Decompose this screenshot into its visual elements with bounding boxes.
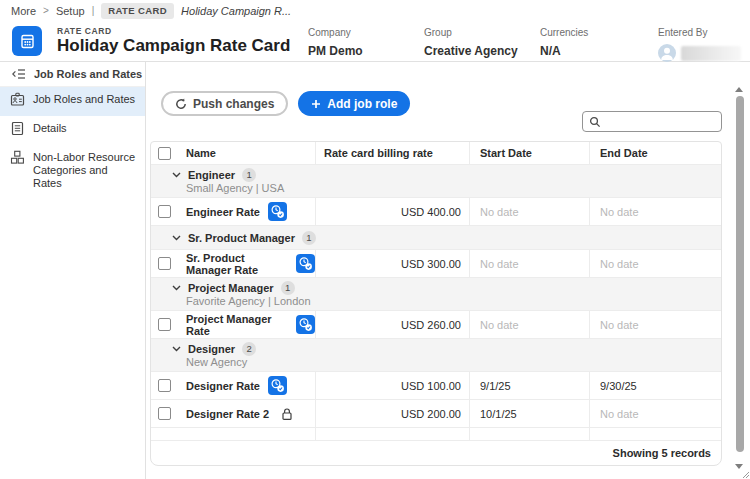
table-row[interactable]: Sr. Product Manager Rate USD 300.00 No d… <box>151 250 721 278</box>
group-row-project-manager[interactable]: Project Manager 1 Favorite Agency | Lond… <box>151 278 721 311</box>
panel-header: Job Roles and Rates <box>0 62 145 87</box>
rate-name: Sr. Product Manager Rate <box>186 252 288 276</box>
entered-by-redacted-name <box>681 46 741 61</box>
column-header-start-date[interactable]: Start Date <box>469 142 589 164</box>
group-subtitle: New Agency <box>151 356 721 369</box>
add-job-role-button[interactable]: Add job role <box>298 91 410 116</box>
search-icon <box>589 116 601 128</box>
billing-rate-value[interactable]: USD 260.00 <box>315 311 469 338</box>
group-row-designer[interactable]: Designer 2 New Agency <box>151 339 721 372</box>
billing-rate-value[interactable]: USD 200.00 <box>315 400 469 427</box>
group-subtitle: Small Agency | USA <box>151 182 721 195</box>
scroll-down-arrow[interactable] <box>735 464 743 469</box>
rate-name: Designer Rate 2 <box>186 408 269 420</box>
row-checkbox[interactable] <box>158 318 171 331</box>
row-checkbox[interactable] <box>158 379 171 392</box>
group-count-badge: 1 <box>242 168 256 182</box>
sidebar-item-job-roles-and-rates[interactable]: Job Roles and Rates <box>0 87 145 116</box>
rate-name: Project Manager Rate <box>186 313 288 337</box>
sidebar-item-details[interactable]: Details <box>0 116 145 145</box>
breadcrumb-current-page: Holiday Campaign R... <box>181 5 291 17</box>
sidebar-item-label: Details <box>33 122 67 135</box>
breadcrumb-more[interactable]: More <box>11 5 36 17</box>
table-row[interactable]: Designer Rate USD 100.00 9/1/25 9/30/25 <box>151 372 721 400</box>
field-company: Company PM Demo <box>308 27 363 58</box>
column-header-name[interactable]: Name <box>181 142 315 164</box>
start-date-cell[interactable]: No date <box>469 311 589 338</box>
search-input[interactable] <box>605 116 721 128</box>
group-row-engineer[interactable]: Engineer 1 Small Agency | USA <box>151 165 721 198</box>
field-group: Group Creative Agency <box>424 27 518 58</box>
billing-rate-clock-icon <box>296 254 315 273</box>
end-date-cell[interactable]: No date <box>589 198 721 225</box>
select-all-checkbox[interactable] <box>158 147 171 160</box>
start-date-cell[interactable]: 10/1/25 <box>469 400 589 427</box>
refresh-icon <box>175 98 187 110</box>
field-currencies: Currencies N/A <box>540 27 588 58</box>
field-entered-by: Entered By <box>658 27 741 62</box>
group-name: Sr. Product Manager <box>188 232 295 244</box>
push-changes-button[interactable]: Push changes <box>161 91 288 116</box>
billing-rate-value[interactable]: USD 100.00 <box>315 372 469 399</box>
details-document-icon <box>10 121 25 139</box>
table-row[interactable]: Engineer Rate USD 400.00 No date No date <box>151 198 721 226</box>
sidebar-item-label: Non-Labor Resource Categories and Rates <box>33 151 137 190</box>
breadcrumb-setup[interactable]: Setup <box>56 5 85 17</box>
end-date-cell[interactable]: No date <box>589 311 721 338</box>
sidebar-item-non-labor-resources[interactable]: Non-Labor Resource Categories and Rates <box>0 145 145 196</box>
plus-icon <box>311 99 321 109</box>
job-role-badge-icon <box>10 92 25 110</box>
start-date-cell[interactable]: 9/1/25 <box>469 372 589 399</box>
chevron-down-icon[interactable] <box>172 285 181 291</box>
group-name: Designer <box>188 343 235 355</box>
panel-title: Job Roles and Rates <box>34 68 142 80</box>
scroll-up-arrow[interactable] <box>735 87 743 92</box>
empty-row <box>151 428 721 441</box>
main-content: Push changes Add job role Name Rate card… <box>146 62 750 479</box>
breadcrumb: More > Setup | RATE CARD Holiday Campaig… <box>0 0 750 21</box>
sidebar-item-label: Job Roles and Rates <box>33 93 135 106</box>
resize-grip[interactable] <box>741 470 749 478</box>
group-row-sr-product-manager[interactable]: Sr. Product Manager 1 <box>151 226 721 250</box>
table-header-row: Name Rate card billing rate Start Date E… <box>151 142 721 165</box>
group-count-badge: 1 <box>302 231 316 245</box>
breadcrumb-divider: | <box>92 5 95 16</box>
scrollbar-thumb[interactable] <box>736 96 744 452</box>
group-count-badge: 1 <box>281 281 295 295</box>
table-row[interactable]: Designer Rate 2 USD 200.00 10/1/25 No da… <box>151 400 721 428</box>
collapse-panel-icon[interactable] <box>12 68 26 80</box>
row-checkbox[interactable] <box>158 407 171 420</box>
page-header: RATE CARD Holiday Campaign Rate Card Com… <box>0 21 750 62</box>
chevron-down-icon[interactable] <box>172 235 181 241</box>
rate-name: Designer Rate <box>186 380 260 392</box>
column-header-rate[interactable]: Rate card billing rate <box>315 142 469 164</box>
group-count-badge: 2 <box>242 342 256 356</box>
page-title: Holiday Campaign Rate Card <box>57 36 290 56</box>
start-date-cell[interactable]: No date <box>469 250 589 277</box>
billing-rate-value[interactable]: USD 400.00 <box>315 198 469 225</box>
column-header-end-date[interactable]: End Date <box>589 142 721 164</box>
rate-table: Name Rate card billing rate Start Date E… <box>150 141 722 466</box>
rate-name: Engineer Rate <box>186 206 260 218</box>
end-date-cell[interactable]: No date <box>589 400 721 427</box>
table-row[interactable]: Project Manager Rate USD 260.00 No date … <box>151 311 721 339</box>
rate-card-icon <box>12 26 42 56</box>
end-date-cell[interactable]: 9/30/25 <box>589 372 721 399</box>
billing-rate-value[interactable]: USD 300.00 <box>315 250 469 277</box>
start-date-cell[interactable]: No date <box>469 198 589 225</box>
end-date-cell[interactable]: No date <box>589 250 721 277</box>
object-type-label: RATE CARD <box>57 26 112 36</box>
row-checkbox[interactable] <box>158 205 171 218</box>
row-checkbox[interactable] <box>158 257 171 270</box>
group-subtitle: Favorite Agency | London <box>151 295 721 308</box>
billing-rate-clock-icon <box>268 202 287 221</box>
search-box[interactable] <box>582 111 722 132</box>
billing-rate-clock-icon <box>268 376 287 395</box>
chevron-down-icon[interactable] <box>172 346 181 352</box>
group-name: Engineer <box>188 169 235 181</box>
billing-rate-clock-icon <box>296 315 315 334</box>
breadcrumb-rate-card-badge[interactable]: RATE CARD <box>101 3 174 19</box>
group-name: Project Manager <box>188 282 274 294</box>
avatar <box>658 44 676 62</box>
chevron-down-icon[interactable] <box>172 172 181 178</box>
